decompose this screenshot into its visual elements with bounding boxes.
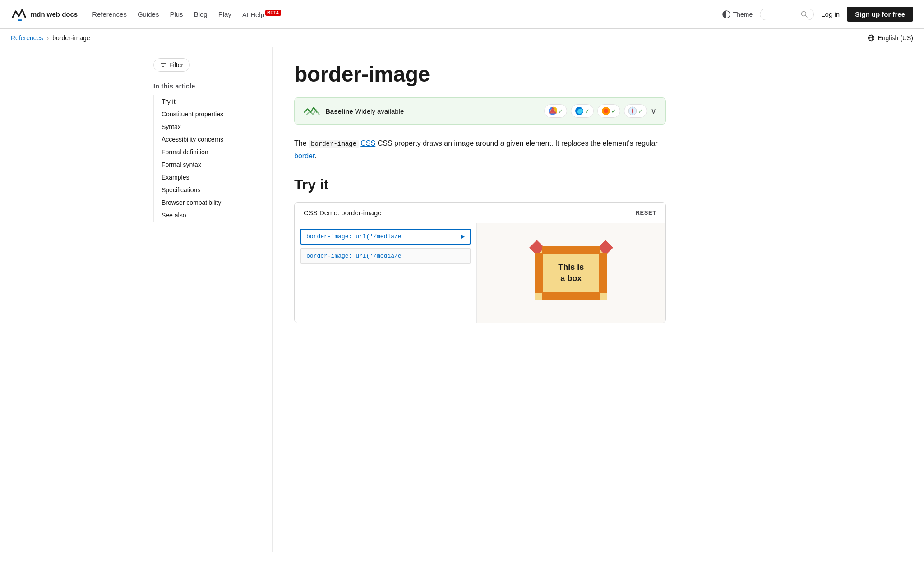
border-top-decoration	[542, 246, 600, 254]
toc-item-try-it[interactable]: Try it	[154, 95, 265, 108]
chrome-check: ✓	[558, 108, 563, 115]
theme-label: Theme	[733, 11, 753, 18]
toc-item-constituent[interactable]: Constituent properties	[154, 108, 265, 120]
description-post: .	[314, 152, 316, 160]
toc-item-see-also[interactable]: See also	[154, 209, 265, 222]
safari-check: ✓	[638, 108, 643, 115]
baseline-banner: Baseline Widely available ✓	[294, 97, 666, 125]
description: The border-image CSS CSS property draws …	[294, 137, 666, 162]
globe-icon	[868, 34, 875, 42]
border-link[interactable]: border	[294, 152, 314, 160]
theme-icon	[722, 10, 730, 18]
preview-box: This isa box	[535, 246, 607, 300]
demo-code-panel: border-image: url('/media/e ▶ border-ima…	[295, 223, 477, 323]
description-mid2: CSS property draws an image around a giv…	[375, 139, 658, 147]
edge-badge: ✓	[571, 104, 594, 118]
login-button[interactable]: Log in	[821, 10, 840, 18]
toc-title: In this article	[153, 83, 265, 90]
preview-text: This isa box	[558, 262, 584, 284]
filter-icon	[160, 62, 166, 68]
baseline-expand-button[interactable]: ∨	[651, 106, 656, 116]
css-link[interactable]: CSS	[360, 139, 375, 147]
baseline-browsers: ✓ ✓ ✓	[544, 104, 656, 118]
baseline-availability: Widely available	[355, 107, 404, 115]
toc-item-browser-compat[interactable]: Browser compatibility	[154, 196, 265, 209]
description-pre: The	[294, 139, 309, 147]
demo-container: CSS Demo: border-image RESET border-imag…	[294, 202, 666, 323]
nav-plus[interactable]: Plus	[170, 10, 183, 18]
search-box[interactable]: _	[760, 9, 814, 20]
demo-title: CSS Demo: border-image	[304, 209, 382, 217]
reset-button[interactable]: RESET	[635, 209, 656, 216]
firefox-check: ✓	[611, 108, 616, 115]
firefox-icon	[601, 106, 610, 115]
filter-label: Filter	[169, 61, 183, 69]
toc-item-formal-def[interactable]: Formal definition	[154, 146, 265, 158]
code-arrow-1: ▶	[461, 233, 465, 240]
breadcrumb-bar: References › border-image English (US)	[0, 29, 924, 47]
nav-guides[interactable]: Guides	[138, 10, 159, 18]
search-icon	[801, 11, 808, 18]
border-bottom-decoration	[542, 292, 600, 300]
chrome-icon	[548, 106, 557, 115]
demo-header: CSS Demo: border-image RESET	[295, 203, 665, 223]
toc-item-syntax[interactable]: Syntax	[154, 120, 265, 133]
search-placeholder: _	[766, 11, 798, 18]
baseline-text: Baseline Widely available	[325, 107, 404, 115]
signup-button[interactable]: Sign up for free	[847, 7, 913, 22]
logo-link[interactable]: mdn web docs	[11, 6, 78, 23]
header-right: Theme _ Log in Sign up for free	[722, 7, 913, 22]
beta-badge: BETA	[265, 10, 281, 16]
code-line-1[interactable]: border-image: url('/media/e ▶	[300, 229, 471, 245]
code-text-1: border-image: url('/media/e	[306, 233, 461, 240]
firefox-badge: ✓	[597, 104, 620, 118]
toc-item-formal-syntax[interactable]: Formal syntax	[154, 158, 265, 171]
baseline-icon	[304, 105, 320, 117]
page-title: border-image	[294, 62, 666, 87]
breadcrumb-parent-link[interactable]: References	[11, 34, 43, 42]
border-image-code: border-image	[309, 140, 359, 148]
nav-references[interactable]: References	[92, 10, 127, 18]
logo-text: mdn web docs	[31, 10, 78, 18]
toc-item-examples[interactable]: Examples	[154, 171, 265, 184]
language-selector[interactable]: English (US)	[868, 34, 913, 42]
breadcrumb: References › border-image	[11, 34, 90, 42]
svg-line-3	[806, 15, 808, 17]
toc-list: Try it Constituent properties Syntax Acc…	[153, 95, 265, 222]
edge-icon	[575, 106, 584, 115]
nav-play[interactable]: Play	[218, 10, 231, 18]
chrome-badge: ✓	[544, 104, 567, 118]
filter-button[interactable]: Filter	[153, 58, 190, 72]
safari-badge: ✓	[624, 104, 647, 118]
breadcrumb-current: border-image	[52, 34, 90, 42]
nav-ai-help[interactable]: AI HelpBETA	[242, 10, 281, 18]
site-header: mdn web docs References Guides Plus Blog…	[0, 0, 924, 29]
toc-item-accessibility[interactable]: Accessibility concerns	[154, 133, 265, 146]
code-text-2: border-image: url('/media/e	[306, 253, 465, 259]
sidebar: Filter In this article Try it Constituen…	[146, 47, 273, 552]
border-right-decoration	[599, 253, 607, 293]
breadcrumb-separator: ›	[47, 34, 49, 42]
main-content: border-image Baseline Widely available	[273, 47, 688, 552]
toc-item-specifications[interactable]: Specifications	[154, 184, 265, 196]
demo-body: border-image: url('/media/e ▶ border-ima…	[295, 223, 665, 323]
theme-button[interactable]: Theme	[722, 10, 753, 18]
nav-ai-help-label: AI Help	[242, 11, 264, 18]
svg-point-15	[604, 109, 608, 113]
nav-blog[interactable]: Blog	[194, 10, 208, 18]
language-label: English (US)	[878, 34, 913, 42]
baseline-left: Baseline Widely available	[304, 105, 404, 117]
page-layout: Filter In this article Try it Constituen…	[146, 47, 778, 552]
baseline-label: Baseline	[325, 107, 353, 115]
border-left-decoration	[535, 253, 543, 293]
try-it-heading: Try it	[294, 176, 666, 193]
code-line-2[interactable]: border-image: url('/media/e	[300, 248, 471, 264]
main-nav: References Guides Plus Blog Play AI Help…	[92, 10, 708, 18]
demo-preview: This isa box	[477, 223, 666, 323]
edge-check: ✓	[585, 108, 590, 115]
mdn-logo-icon	[11, 6, 27, 23]
safari-icon	[628, 106, 637, 115]
